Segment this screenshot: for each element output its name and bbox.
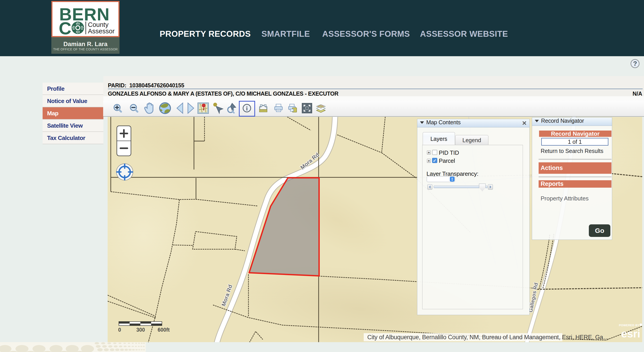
svg-text:esri: esri — [621, 328, 640, 340]
svg-text:POWERED BY: POWERED BY — [619, 324, 640, 327]
svg-text:0: 0 — [118, 327, 121, 333]
svg-text:600ft: 600ft — [158, 327, 170, 333]
svg-text:City of Albuquerque, Bernalill: City of Albuquerque, Bernalillo County, … — [367, 334, 609, 341]
svg-text:300: 300 — [136, 327, 145, 333]
svg-text:i: i — [246, 105, 248, 112]
